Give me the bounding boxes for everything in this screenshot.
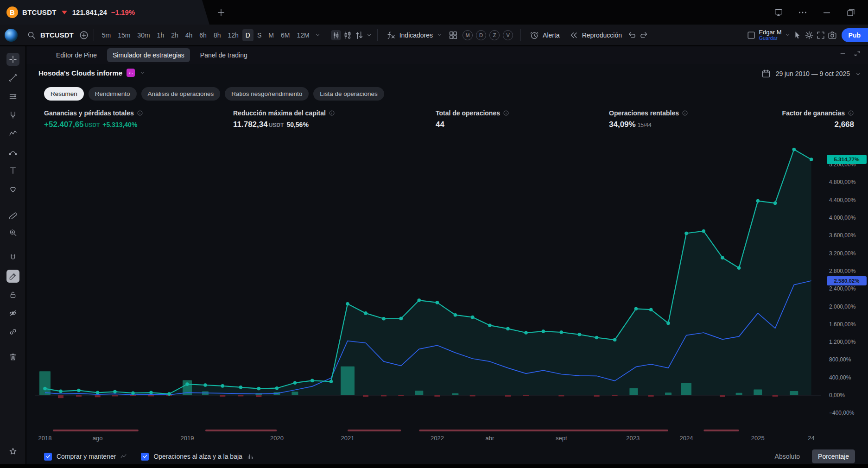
view-tab-resumen[interactable]: Resumen (44, 87, 84, 101)
undo-icon[interactable] (627, 30, 637, 40)
info-icon[interactable] (503, 110, 509, 116)
view-tab-ratios-riesgo-rendimiento[interactable]: Ratios riesgo/rendimiento (225, 87, 309, 101)
long-short-toggle[interactable]: Operaciones al alza y a la baja (141, 453, 253, 461)
timeframe-button-8h[interactable]: 8h (210, 29, 224, 41)
chevron-down-icon (436, 32, 443, 38)
camera-icon[interactable] (827, 30, 837, 40)
checkbox-checked-icon[interactable] (44, 453, 52, 461)
new-tab-button[interactable] (216, 7, 226, 18)
tab-simulador-de-estrategias[interactable]: Simulador de estrategias (107, 48, 190, 62)
text-tool-tool[interactable] (6, 164, 19, 177)
link-icon (8, 327, 18, 336)
elliott-wave-tool[interactable] (6, 127, 19, 140)
fullscreen-icon[interactable] (816, 30, 826, 40)
equity-chart[interactable]: −400,00%0,00%400,00%800,00%1.200,00%1.60… (26, 117, 868, 447)
info-icon[interactable] (682, 110, 688, 116)
equity-chart-svg[interactable]: −400,00%0,00%400,00%800,00%1.200,00%1.60… (26, 117, 868, 447)
tab-editor-de-pine[interactable]: Editor de Pine (51, 48, 102, 62)
alert-button[interactable]: Alerta (526, 27, 564, 43)
multi-monitor-icon[interactable] (773, 7, 784, 18)
strategy-title-row[interactable]: Hosoda's Clouds informe (38, 69, 146, 77)
divider (520, 29, 521, 41)
chart-style-alt-icon[interactable] (342, 30, 353, 40)
favorites-star-icon[interactable] (6, 445, 19, 458)
hide-tool[interactable] (6, 307, 19, 320)
magnet-tool[interactable] (6, 251, 19, 264)
cursor-icon[interactable] (792, 30, 803, 40)
gear-icon[interactable] (804, 30, 814, 40)
timeframe-button-D[interactable]: D (242, 29, 253, 41)
info-icon[interactable] (137, 110, 143, 116)
chart-footer: Comprar y mantener Operaciones al alza y… (44, 449, 855, 464)
timeframe-button-12h[interactable]: 12h (224, 29, 241, 41)
checkbox-checked-icon[interactable] (141, 453, 149, 461)
timeframe-button-30m[interactable]: 30m (134, 29, 153, 41)
crosshair-tool[interactable] (6, 53, 19, 66)
view-tab-lista-de-operaciones[interactable]: Lista de operaciones (313, 87, 384, 101)
symbol-search-button[interactable]: BTCUSDT (23, 27, 77, 43)
pitchfork-tool[interactable] (6, 108, 19, 121)
user-menu-chevron-icon[interactable] (784, 32, 791, 38)
panel-expand-icon[interactable] (854, 50, 861, 57)
timeframe-button-5m[interactable]: 5m (99, 29, 114, 41)
timeframe-button-2h[interactable]: 2h (168, 29, 182, 41)
stat-label: Ganancias y pérdidas totales (44, 109, 143, 117)
replay-button[interactable]: Reproducción (565, 27, 626, 43)
info-icon[interactable] (329, 110, 335, 116)
user-avatar[interactable] (5, 29, 18, 42)
svg-text:2025: 2025 (751, 435, 765, 442)
timeframe-button-15m[interactable]: 15m (114, 29, 133, 41)
layout-circle-D[interactable]: D (476, 30, 486, 40)
layout-circle-Z[interactable]: Z (489, 30, 500, 40)
window-restore-button[interactable] (846, 7, 856, 18)
main-toolbar: BTCUSDT 5m15m30m1h2h4h6h8h12hDSM6M12M In… (0, 25, 868, 46)
parallel-lines-icon (8, 92, 18, 101)
tab-panel-de-trading[interactable]: Panel de trading (195, 48, 253, 62)
user-menu[interactable]: Edgar M Guardar (759, 29, 781, 41)
info-icon[interactable] (848, 110, 854, 116)
timeframe-button-1h[interactable]: 1h (154, 29, 168, 41)
edit-pencil-tool[interactable] (6, 270, 19, 283)
timeframe-button-M[interactable]: M (265, 29, 277, 41)
menu-dots-icon[interactable] (798, 7, 808, 18)
trash-tool[interactable] (6, 350, 19, 363)
view-tab-rendimiento[interactable]: Rendimiento (89, 87, 137, 101)
timeframe-button-6h[interactable]: 6h (196, 29, 210, 41)
strategy-badge-icon (127, 69, 135, 77)
layout-circle-M[interactable]: M (463, 30, 473, 40)
chart-style-chevron-icon[interactable] (366, 32, 373, 38)
publish-button[interactable]: Pub (842, 28, 868, 42)
absolute-toggle[interactable]: Absoluto (775, 453, 800, 460)
curve-tool[interactable] (6, 145, 19, 158)
link-tool[interactable] (6, 325, 19, 338)
timeframe-button-4h[interactable]: 4h (182, 29, 196, 41)
timeframe-chevron-icon[interactable] (314, 32, 321, 38)
panel-minimize-icon[interactable] (839, 50, 846, 57)
timeframe-button-12M[interactable]: 12M (293, 29, 312, 41)
indicators-button[interactable]: Indicadores (382, 27, 447, 43)
percentage-toggle[interactable]: Porcentaje (812, 449, 855, 463)
window-minimize-button[interactable] (822, 7, 832, 18)
zoom-in-tool[interactable] (6, 226, 19, 239)
trend-line-tool[interactable] (6, 71, 19, 84)
chart-style-candles-icon[interactable] (331, 30, 341, 40)
layout-circle-V[interactable]: V (503, 30, 513, 40)
save-link[interactable]: Guardar (759, 36, 777, 41)
emoji-tool[interactable] (6, 183, 19, 196)
grid-layout-icon[interactable] (448, 30, 458, 40)
interval-arrows-icon[interactable] (354, 30, 364, 40)
ruler-tool[interactable] (6, 208, 19, 221)
buy-hold-label: Comprar y mantener (57, 453, 116, 460)
layout-square-icon[interactable] (746, 30, 756, 40)
strategy-chevron-icon[interactable] (139, 70, 146, 76)
buy-hold-toggle[interactable]: Comprar y mantener (44, 453, 127, 461)
timeframe-button-6M[interactable]: 6M (278, 29, 293, 41)
chart-tab[interactable]: B BTCUSDT 121.841,24 −1.19% (0, 0, 209, 25)
date-range-picker[interactable]: 29 jun 2010 — 9 oct 2025 (761, 69, 862, 79)
timeframe-button-S[interactable]: S (254, 29, 265, 41)
symbol-add-icon[interactable] (79, 30, 89, 40)
view-tab-an-lisis-de-operaciones[interactable]: Análisis de operaciones (141, 87, 221, 101)
parallel-lines-tool[interactable] (6, 90, 19, 103)
lock-tool[interactable] (6, 288, 19, 301)
redo-icon[interactable] (639, 30, 649, 40)
